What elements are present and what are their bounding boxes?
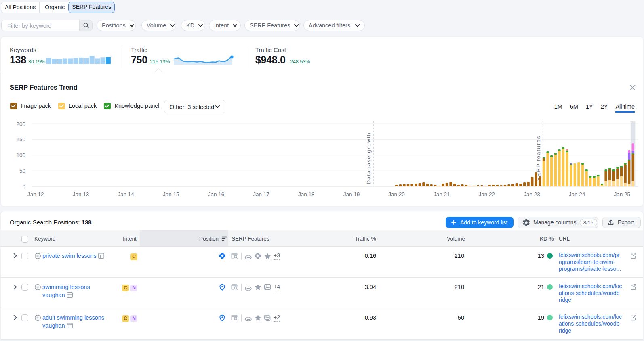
svg-text:50: 50: [19, 168, 25, 174]
svg-text:Jan 22: Jan 22: [479, 191, 495, 197]
svg-text:Jan 15: Jan 15: [163, 191, 179, 197]
svg-text:Jan 16: Jan 16: [208, 191, 225, 197]
svg-text:Jan 13: Jan 13: [73, 191, 89, 197]
svg-text:150: 150: [16, 136, 25, 142]
svg-text:200: 200: [16, 121, 25, 127]
svg-text:0: 0: [22, 184, 25, 190]
svg-text:Database growth: Database growth: [366, 132, 372, 184]
svg-text:Jan 18: Jan 18: [298, 191, 315, 197]
svg-text:Jan 24: Jan 24: [569, 191, 585, 197]
svg-text:Jan 17: Jan 17: [253, 191, 269, 197]
svg-text:Jan 25: Jan 25: [614, 191, 631, 197]
svg-text:Jan 23: Jan 23: [524, 191, 540, 197]
svg-text:100: 100: [16, 152, 25, 158]
svg-text:Jan 19: Jan 19: [343, 191, 360, 197]
svg-text:Jan 21: Jan 21: [434, 191, 450, 197]
svg-text:Jan 14: Jan 14: [118, 191, 134, 197]
svg-text:Jan 12: Jan 12: [27, 191, 44, 197]
svg-text:Jan 20: Jan 20: [388, 191, 405, 197]
